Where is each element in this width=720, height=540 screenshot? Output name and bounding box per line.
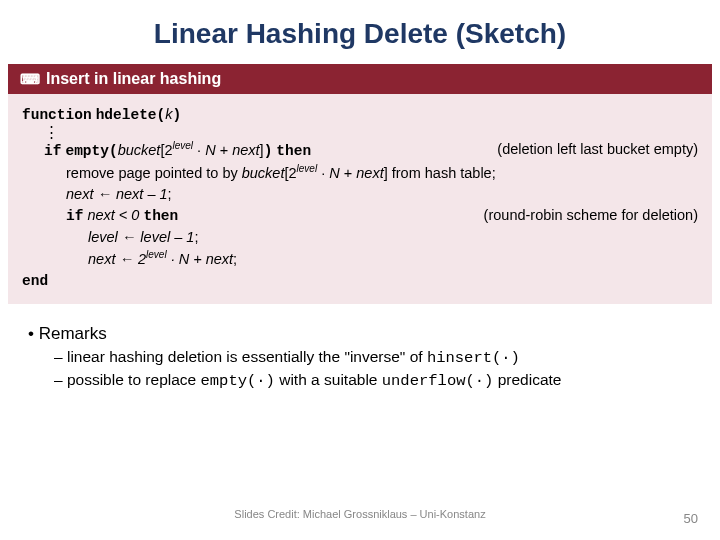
level-assign: level ← level – 1 bbox=[88, 229, 194, 245]
kw-end: end bbox=[22, 273, 48, 289]
kw-function: function bbox=[22, 107, 92, 123]
slide-title: Linear Hashing Delete (Sketch) bbox=[0, 0, 720, 64]
footer-credit: Slides Credit: Michael Grossniklaus – Un… bbox=[0, 508, 720, 520]
fn-name: hdelete( bbox=[96, 107, 166, 123]
remark-item-1: – linear hashing deletion is essentially… bbox=[54, 348, 692, 367]
remarks-section: • Remarks – linear hashing deletion is e… bbox=[0, 304, 720, 390]
kw-if2: if bbox=[66, 208, 83, 224]
remark-item-2: – possible to replace empty(·) with a su… bbox=[54, 371, 692, 390]
page-number: 50 bbox=[684, 511, 698, 526]
kw-if: if bbox=[44, 143, 61, 159]
ellipsis-vertical-icon: ⋮ bbox=[22, 126, 698, 139]
next-assign2: next ← 2 bbox=[88, 251, 146, 267]
code-block: function hdelete(k) ⋮ if empty(bucket[2l… bbox=[8, 94, 712, 304]
kw-then2: then bbox=[143, 208, 178, 224]
keyboard-icon: ⌨ bbox=[20, 71, 40, 87]
next-assign: next ← next – 1 bbox=[66, 186, 168, 202]
note-deletion-empty: (deletion left last bucket empty) bbox=[497, 139, 698, 160]
banner-label: Insert in linear hashing bbox=[46, 70, 221, 88]
fn-arg: k bbox=[165, 106, 172, 122]
remove-line: remove page pointed to by bucket[2level … bbox=[66, 165, 496, 181]
note-round-robin: (round-robin scheme for deletion) bbox=[484, 205, 698, 226]
section-banner: ⌨ Insert in linear hashing bbox=[8, 64, 712, 94]
kw-then: then bbox=[276, 143, 311, 159]
remarks-heading: • Remarks bbox=[28, 324, 692, 344]
